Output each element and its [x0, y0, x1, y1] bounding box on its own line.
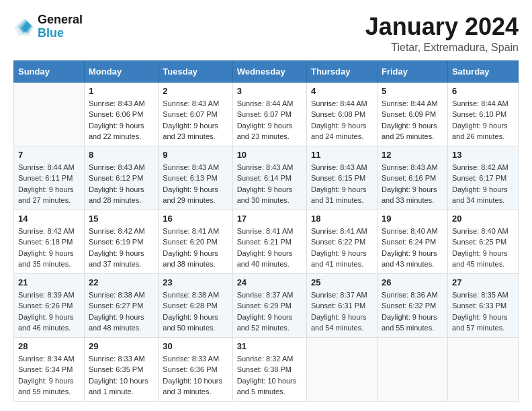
calendar-cell: 31Sunrise: 8:32 AM Sunset: 6:38 PM Dayli…: [232, 337, 306, 401]
calendar-cell: 17Sunrise: 8:41 AM Sunset: 6:21 PM Dayli…: [232, 210, 306, 273]
day-number: 15: [89, 214, 154, 224]
header-day-monday: Monday: [85, 60, 159, 82]
day-info: Sunrise: 8:32 AM Sunset: 6:38 PM Dayligh…: [237, 353, 302, 398]
calendar-cell: [447, 337, 518, 401]
day-number: 16: [163, 214, 228, 224]
day-info: Sunrise: 8:43 AM Sunset: 6:14 PM Dayligh…: [237, 162, 302, 206]
day-info: Sunrise: 8:35 AM Sunset: 6:33 PM Dayligh…: [452, 289, 514, 334]
calendar-cell: 13Sunrise: 8:42 AM Sunset: 6:17 PM Dayli…: [447, 146, 518, 210]
day-number: 28: [18, 341, 80, 351]
day-number: 24: [237, 277, 302, 287]
calendar-cell: 15Sunrise: 8:42 AM Sunset: 6:19 PM Dayli…: [85, 210, 159, 273]
main-title: January 2024: [365, 13, 519, 40]
day-number: 20: [452, 214, 514, 224]
header-row: SundayMondayTuesdayWednesdayThursdayFrid…: [14, 60, 519, 82]
calendar-cell: 10Sunrise: 8:43 AM Sunset: 6:14 PM Dayli…: [232, 146, 306, 210]
day-info: Sunrise: 8:44 AM Sunset: 6:10 PM Dayligh…: [452, 98, 514, 142]
calendar-cell: 27Sunrise: 8:35 AM Sunset: 6:33 PM Dayli…: [447, 273, 518, 337]
day-info: Sunrise: 8:43 AM Sunset: 6:16 PM Dayligh…: [382, 162, 443, 206]
day-number: 18: [311, 214, 373, 224]
day-info: Sunrise: 8:37 AM Sunset: 6:29 PM Dayligh…: [237, 289, 302, 334]
calendar-cell: 24Sunrise: 8:37 AM Sunset: 6:29 PM Dayli…: [232, 273, 306, 337]
day-info: Sunrise: 8:42 AM Sunset: 6:17 PM Dayligh…: [452, 162, 514, 206]
calendar-cell: 20Sunrise: 8:40 AM Sunset: 6:25 PM Dayli…: [447, 210, 518, 273]
logo-text: General Blue: [38, 13, 83, 40]
calendar-cell: 8Sunrise: 8:43 AM Sunset: 6:12 PM Daylig…: [85, 146, 159, 210]
day-number: 4: [311, 86, 373, 96]
calendar-cell: 4Sunrise: 8:44 AM Sunset: 6:08 PM Daylig…: [306, 82, 377, 146]
calendar-week-1: 1Sunrise: 8:43 AM Sunset: 6:06 PM Daylig…: [14, 82, 519, 146]
calendar-cell: 23Sunrise: 8:38 AM Sunset: 6:28 PM Dayli…: [159, 273, 232, 337]
calendar-table: SundayMondayTuesdayWednesdayThursdayFrid…: [13, 60, 519, 402]
subtitle: Tietar, Extremadura, Spain: [365, 42, 519, 54]
calendar-week-4: 21Sunrise: 8:39 AM Sunset: 6:26 PM Dayli…: [14, 273, 519, 337]
day-number: 31: [237, 341, 302, 351]
day-info: Sunrise: 8:44 AM Sunset: 6:11 PM Dayligh…: [18, 162, 80, 206]
day-info: Sunrise: 8:44 AM Sunset: 6:09 PM Dayligh…: [382, 98, 443, 142]
day-number: 21: [18, 277, 80, 287]
title-block: January 2024 Tietar, Extremadura, Spain: [365, 13, 519, 54]
calendar-cell: 5Sunrise: 8:44 AM Sunset: 6:09 PM Daylig…: [377, 82, 447, 146]
logo: General Blue: [13, 13, 83, 40]
calendar-cell: 12Sunrise: 8:43 AM Sunset: 6:16 PM Dayli…: [377, 146, 447, 210]
calendar-cell: 16Sunrise: 8:41 AM Sunset: 6:20 PM Dayli…: [159, 210, 232, 273]
day-info: Sunrise: 8:43 AM Sunset: 6:13 PM Dayligh…: [163, 162, 228, 206]
day-number: 6: [452, 86, 514, 96]
day-number: 22: [89, 277, 154, 287]
day-number: 26: [382, 277, 443, 287]
calendar-cell: 2Sunrise: 8:43 AM Sunset: 6:07 PM Daylig…: [159, 82, 232, 146]
day-number: 19: [382, 214, 443, 224]
calendar-cell: 30Sunrise: 8:33 AM Sunset: 6:36 PM Dayli…: [159, 337, 232, 401]
calendar-week-3: 14Sunrise: 8:42 AM Sunset: 6:18 PM Dayli…: [14, 210, 519, 273]
calendar-cell: [377, 337, 447, 401]
day-info: Sunrise: 8:39 AM Sunset: 6:26 PM Dayligh…: [18, 289, 80, 334]
day-info: Sunrise: 8:38 AM Sunset: 6:28 PM Dayligh…: [163, 289, 228, 334]
calendar-cell: 11Sunrise: 8:43 AM Sunset: 6:15 PM Dayli…: [306, 146, 377, 210]
header-day-tuesday: Tuesday: [159, 60, 232, 82]
day-info: Sunrise: 8:44 AM Sunset: 6:08 PM Dayligh…: [311, 98, 373, 142]
day-number: 23: [163, 277, 228, 287]
calendar-cell: 3Sunrise: 8:44 AM Sunset: 6:07 PM Daylig…: [232, 82, 306, 146]
calendar-cell: [306, 337, 377, 401]
day-info: Sunrise: 8:44 AM Sunset: 6:07 PM Dayligh…: [237, 98, 302, 142]
day-number: 7: [18, 150, 80, 160]
day-info: Sunrise: 8:41 AM Sunset: 6:20 PM Dayligh…: [163, 226, 228, 270]
day-info: Sunrise: 8:34 AM Sunset: 6:34 PM Dayligh…: [18, 353, 80, 398]
day-info: Sunrise: 8:43 AM Sunset: 6:07 PM Dayligh…: [163, 98, 228, 142]
day-info: Sunrise: 8:40 AM Sunset: 6:24 PM Dayligh…: [382, 226, 443, 270]
logo-icon: [13, 16, 35, 38]
header-day-saturday: Saturday: [447, 60, 518, 82]
calendar-cell: 28Sunrise: 8:34 AM Sunset: 6:34 PM Dayli…: [14, 337, 85, 401]
calendar-cell: 18Sunrise: 8:41 AM Sunset: 6:22 PM Dayli…: [306, 210, 377, 273]
day-number: 1: [89, 86, 154, 96]
header-day-thursday: Thursday: [306, 60, 377, 82]
day-number: 3: [237, 86, 302, 96]
header-day-wednesday: Wednesday: [232, 60, 306, 82]
calendar-body: 1Sunrise: 8:43 AM Sunset: 6:06 PM Daylig…: [14, 82, 519, 401]
day-info: Sunrise: 8:37 AM Sunset: 6:31 PM Dayligh…: [311, 289, 373, 334]
calendar-cell: 14Sunrise: 8:42 AM Sunset: 6:18 PM Dayli…: [14, 210, 85, 273]
day-info: Sunrise: 8:43 AM Sunset: 6:06 PM Dayligh…: [89, 98, 154, 142]
day-info: Sunrise: 8:42 AM Sunset: 6:19 PM Dayligh…: [89, 226, 154, 270]
header-day-sunday: Sunday: [14, 60, 85, 82]
day-info: Sunrise: 8:33 AM Sunset: 6:36 PM Dayligh…: [163, 353, 228, 398]
calendar-cell: [14, 82, 85, 146]
calendar-cell: 1Sunrise: 8:43 AM Sunset: 6:06 PM Daylig…: [85, 82, 159, 146]
calendar-cell: 22Sunrise: 8:38 AM Sunset: 6:27 PM Dayli…: [85, 273, 159, 337]
day-info: Sunrise: 8:36 AM Sunset: 6:32 PM Dayligh…: [382, 289, 443, 334]
day-info: Sunrise: 8:33 AM Sunset: 6:35 PM Dayligh…: [89, 353, 154, 398]
calendar-cell: 9Sunrise: 8:43 AM Sunset: 6:13 PM Daylig…: [159, 146, 232, 210]
calendar-week-5: 28Sunrise: 8:34 AM Sunset: 6:34 PM Dayli…: [14, 337, 519, 401]
day-info: Sunrise: 8:43 AM Sunset: 6:15 PM Dayligh…: [311, 162, 373, 206]
page-header: General Blue January 2024 Tietar, Extrem…: [13, 13, 519, 54]
day-info: Sunrise: 8:42 AM Sunset: 6:18 PM Dayligh…: [18, 226, 80, 270]
day-number: 8: [89, 150, 154, 160]
day-number: 29: [89, 341, 154, 351]
day-number: 2: [163, 86, 228, 96]
header-day-friday: Friday: [377, 60, 447, 82]
calendar-header: SundayMondayTuesdayWednesdayThursdayFrid…: [14, 60, 519, 82]
day-number: 30: [163, 341, 228, 351]
day-info: Sunrise: 8:40 AM Sunset: 6:25 PM Dayligh…: [452, 226, 514, 270]
calendar-cell: 21Sunrise: 8:39 AM Sunset: 6:26 PM Dayli…: [14, 273, 85, 337]
day-number: 27: [452, 277, 514, 287]
